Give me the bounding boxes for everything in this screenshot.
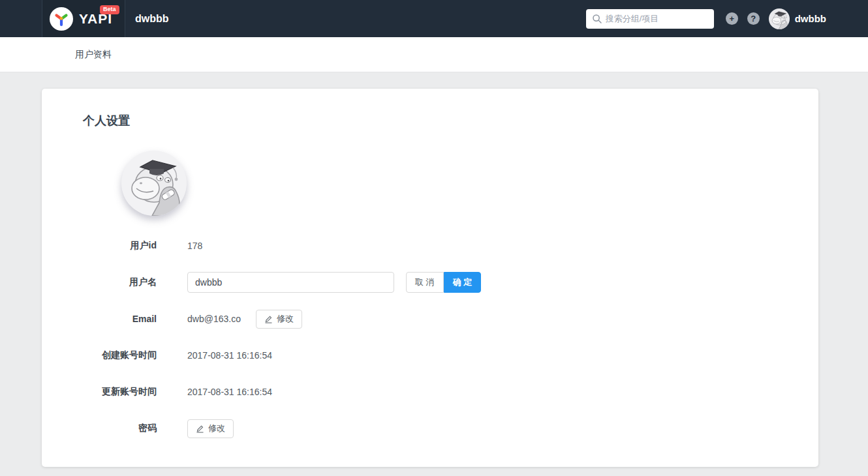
search-input[interactable] <box>586 9 714 29</box>
user-id-label: 用户id <box>42 240 157 252</box>
add-project-button[interactable]: + <box>726 12 738 25</box>
help-button[interactable]: ? <box>747 12 760 25</box>
sub-navbar: 用户资料 <box>0 37 868 72</box>
email-label: Email <box>42 314 157 324</box>
search-box <box>586 9 714 29</box>
user-id-value: 178 <box>187 241 202 251</box>
edit-password-button[interactable]: 修改 <box>187 419 234 438</box>
page-title: dwbbb <box>135 13 169 25</box>
row-created-time: 创建账号时间 2017-08-31 16:16:54 <box>42 345 818 366</box>
row-user-id: 用户id 178 <box>42 235 818 256</box>
pencil-icon <box>264 315 273 323</box>
updated-time-label: 更新账号时间 <box>42 386 157 398</box>
created-time-value: 2017-08-31 16:16:54 <box>187 350 272 361</box>
created-time-label: 创建账号时间 <box>42 350 157 361</box>
top-navbar: YAPI Beta dwbbb + ? <box>0 0 868 37</box>
pencil-icon <box>196 424 204 433</box>
navbar-username[interactable]: dwbbb <box>795 13 826 24</box>
profile-fields: 用户id 178 用户名 取 消 确 定 Email dwb@163.co <box>42 235 818 439</box>
beta-badge: Beta <box>100 5 119 14</box>
email-value: dwb@163.co <box>187 314 241 324</box>
username-input[interactable] <box>187 272 394 293</box>
logo-block[interactable]: YAPI Beta <box>42 0 125 37</box>
user-avatar[interactable] <box>769 8 790 29</box>
row-username: 用户名 取 消 确 定 <box>42 272 818 293</box>
row-email: Email dwb@163.co 修改 <box>42 308 818 329</box>
edit-email-button[interactable]: 修改 <box>256 310 302 329</box>
cancel-button[interactable]: 取 消 <box>406 272 444 293</box>
profile-avatar[interactable] <box>121 151 187 216</box>
confirm-button[interactable]: 确 定 <box>444 272 482 293</box>
breadcrumb-user-profile[interactable]: 用户资料 <box>75 49 112 61</box>
card-title: 个人设置 <box>83 113 818 128</box>
updated-time-value: 2017-08-31 16:16:54 <box>187 387 272 397</box>
username-action-group: 取 消 确 定 <box>406 272 481 293</box>
row-updated-time: 更新账号时间 2017-08-31 16:16:54 <box>42 381 818 402</box>
profile-settings-card: 个人设置 用户id 178 用户名 <box>42 89 818 467</box>
password-label: 密码 <box>42 423 157 434</box>
yapi-logo-icon <box>50 7 73 31</box>
row-password: 密码 修改 <box>42 418 818 439</box>
username-label: 用户名 <box>42 276 157 288</box>
navbar-right-group: + ? dwbbb <box>586 0 826 37</box>
